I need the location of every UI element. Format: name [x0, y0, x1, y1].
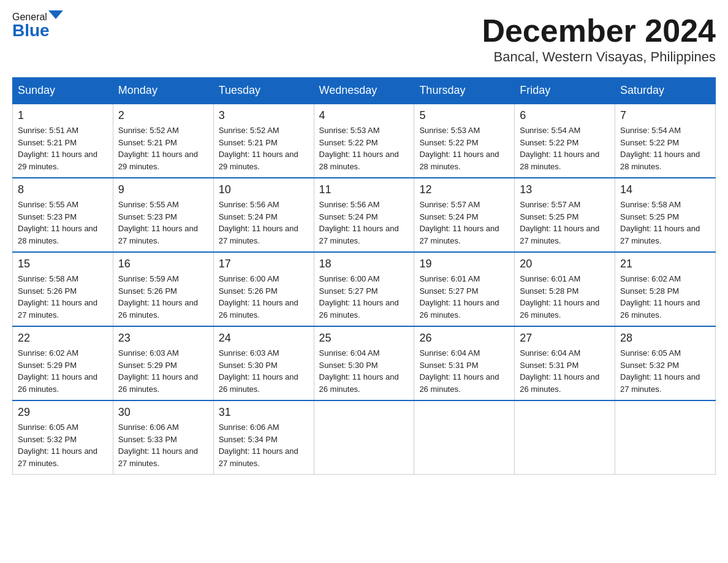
daylight-label: Daylight: 11 hours and 28 minutes.	[319, 150, 399, 171]
sunrise-label: Sunrise: 6:03 AM	[118, 348, 179, 358]
day-number: 15	[18, 258, 108, 270]
sunset-label: Sunset: 5:30 PM	[219, 361, 278, 370]
daylight-label: Daylight: 11 hours and 26 minutes.	[118, 372, 198, 394]
column-header-friday: Friday	[515, 78, 615, 104]
calendar-cell	[314, 400, 414, 475]
sunrise-label: Sunrise: 5:51 AM	[18, 126, 78, 135]
sunset-label: Sunset: 5:27 PM	[419, 286, 478, 296]
day-number: 16	[118, 258, 208, 270]
daylight-label: Daylight: 11 hours and 27 minutes.	[18, 298, 97, 320]
day-info: Sunrise: 6:02 AM Sunset: 5:29 PM Dayligh…	[18, 347, 108, 395]
sunrise-label: Sunrise: 5:57 AM	[520, 200, 580, 209]
calendar-cell: 23 Sunrise: 6:03 AM Sunset: 5:29 PM Dayl…	[113, 326, 213, 400]
sunrise-label: Sunrise: 6:01 AM	[520, 274, 580, 283]
title-section: December 2024 Bancal, Western Visayas, P…	[482, 12, 716, 65]
calendar-cell: 20 Sunrise: 6:01 AM Sunset: 5:28 PM Dayl…	[515, 252, 615, 326]
sunset-label: Sunset: 5:31 PM	[520, 361, 578, 370]
day-info: Sunrise: 6:04 AM Sunset: 5:31 PM Dayligh…	[520, 347, 610, 395]
sunrise-label: Sunrise: 5:52 AM	[219, 126, 279, 135]
sunrise-label: Sunrise: 5:52 AM	[118, 126, 179, 135]
calendar-cell: 10 Sunrise: 5:56 AM Sunset: 5:24 PM Dayl…	[213, 178, 314, 252]
day-number: 6	[520, 109, 610, 122]
calendar-cell: 17 Sunrise: 6:00 AM Sunset: 5:26 PM Dayl…	[213, 252, 314, 326]
day-info: Sunrise: 5:55 AM Sunset: 5:23 PM Dayligh…	[18, 199, 108, 247]
daylight-label: Daylight: 11 hours and 28 minutes.	[18, 224, 97, 245]
day-number: 31	[219, 406, 309, 419]
sunset-label: Sunset: 5:22 PM	[520, 138, 578, 147]
day-number: 21	[620, 258, 710, 270]
day-number: 7	[620, 109, 710, 122]
day-number: 13	[520, 183, 610, 196]
column-header-saturday: Saturday	[615, 78, 716, 104]
sunrise-label: Sunrise: 5:58 AM	[18, 274, 78, 283]
day-number: 30	[118, 406, 208, 419]
sunset-label: Sunset: 5:26 PM	[18, 286, 77, 296]
sunset-label: Sunset: 5:29 PM	[118, 361, 177, 370]
sunset-label: Sunset: 5:33 PM	[118, 435, 177, 444]
day-number: 26	[419, 332, 509, 345]
day-info: Sunrise: 6:06 AM Sunset: 5:34 PM Dayligh…	[219, 421, 309, 469]
sunset-label: Sunset: 5:23 PM	[18, 212, 77, 221]
column-header-monday: Monday	[113, 78, 213, 104]
day-number: 24	[219, 332, 309, 345]
sunrise-label: Sunrise: 5:55 AM	[18, 200, 78, 209]
day-info: Sunrise: 6:02 AM Sunset: 5:28 PM Dayligh…	[620, 273, 710, 321]
sunrise-label: Sunrise: 6:05 AM	[18, 423, 78, 432]
location-text: Bancal, Western Visayas, Philippines	[482, 49, 716, 65]
day-number: 20	[520, 258, 610, 270]
calendar-cell: 29 Sunrise: 6:05 AM Sunset: 5:32 PM Dayl…	[13, 400, 113, 475]
day-info: Sunrise: 6:05 AM Sunset: 5:32 PM Dayligh…	[620, 347, 710, 395]
day-number: 11	[319, 183, 409, 196]
sunrise-label: Sunrise: 5:56 AM	[319, 200, 380, 209]
day-number: 9	[118, 183, 208, 196]
calendar-cell: 1 Sunrise: 5:51 AM Sunset: 5:21 PM Dayli…	[13, 104, 113, 178]
daylight-label: Daylight: 11 hours and 26 minutes.	[219, 372, 298, 394]
calendar-cell: 9 Sunrise: 5:55 AM Sunset: 5:23 PM Dayli…	[113, 178, 213, 252]
day-info: Sunrise: 6:06 AM Sunset: 5:33 PM Dayligh…	[118, 421, 208, 469]
calendar-cell: 3 Sunrise: 5:52 AM Sunset: 5:21 PM Dayli…	[213, 104, 314, 178]
daylight-label: Daylight: 11 hours and 26 minutes.	[419, 372, 499, 394]
daylight-label: Daylight: 11 hours and 27 minutes.	[118, 224, 198, 245]
calendar-cell: 8 Sunrise: 5:55 AM Sunset: 5:23 PM Dayli…	[13, 178, 113, 252]
sunset-label: Sunset: 5:25 PM	[520, 212, 578, 221]
sunrise-label: Sunrise: 5:58 AM	[620, 200, 681, 209]
sunset-label: Sunset: 5:30 PM	[319, 361, 378, 370]
day-info: Sunrise: 5:54 AM Sunset: 5:22 PM Dayligh…	[520, 124, 610, 172]
day-number: 22	[18, 332, 108, 345]
day-info: Sunrise: 5:58 AM Sunset: 5:26 PM Dayligh…	[18, 273, 108, 321]
daylight-label: Daylight: 11 hours and 26 minutes.	[219, 298, 298, 320]
calendar-cell: 5 Sunrise: 5:53 AM Sunset: 5:22 PM Dayli…	[414, 104, 515, 178]
calendar-week-row: 22 Sunrise: 6:02 AM Sunset: 5:29 PM Dayl…	[13, 326, 716, 400]
calendar-cell: 31 Sunrise: 6:06 AM Sunset: 5:34 PM Dayl…	[213, 400, 314, 475]
calendar-cell: 18 Sunrise: 6:00 AM Sunset: 5:27 PM Dayl…	[314, 252, 414, 326]
calendar-cell: 7 Sunrise: 5:54 AM Sunset: 5:22 PM Dayli…	[615, 104, 716, 178]
day-info: Sunrise: 6:04 AM Sunset: 5:30 PM Dayligh…	[319, 347, 409, 395]
day-number: 28	[620, 332, 710, 345]
calendar-cell	[615, 400, 716, 475]
logo: General Blue	[12, 12, 63, 39]
calendar-week-row: 29 Sunrise: 6:05 AM Sunset: 5:32 PM Dayl…	[13, 400, 716, 475]
calendar-cell: 13 Sunrise: 5:57 AM Sunset: 5:25 PM Dayl…	[515, 178, 615, 252]
day-number: 27	[520, 332, 610, 345]
calendar-cell	[414, 400, 515, 475]
day-info: Sunrise: 5:59 AM Sunset: 5:26 PM Dayligh…	[118, 273, 208, 321]
daylight-label: Daylight: 11 hours and 27 minutes.	[219, 224, 298, 245]
day-info: Sunrise: 6:05 AM Sunset: 5:32 PM Dayligh…	[18, 421, 108, 469]
day-info: Sunrise: 5:56 AM Sunset: 5:24 PM Dayligh…	[219, 199, 309, 247]
sunset-label: Sunset: 5:24 PM	[319, 212, 378, 221]
calendar-cell: 15 Sunrise: 5:58 AM Sunset: 5:26 PM Dayl…	[13, 252, 113, 326]
sunrise-label: Sunrise: 6:05 AM	[620, 348, 681, 358]
sunrise-label: Sunrise: 5:56 AM	[219, 200, 279, 209]
day-info: Sunrise: 5:52 AM Sunset: 5:21 PM Dayligh…	[118, 124, 208, 172]
sunset-label: Sunset: 5:27 PM	[319, 286, 378, 296]
day-number: 10	[219, 183, 309, 196]
sunset-label: Sunset: 5:21 PM	[18, 138, 77, 147]
daylight-label: Daylight: 11 hours and 26 minutes.	[620, 298, 700, 320]
day-info: Sunrise: 5:57 AM Sunset: 5:24 PM Dayligh…	[419, 199, 509, 247]
daylight-label: Daylight: 11 hours and 27 minutes.	[620, 372, 700, 394]
page-header: General Blue December 2024 Bancal, Weste…	[12, 12, 716, 65]
column-header-thursday: Thursday	[414, 78, 515, 104]
calendar-cell: 22 Sunrise: 6:02 AM Sunset: 5:29 PM Dayl…	[13, 326, 113, 400]
day-number: 23	[118, 332, 208, 345]
daylight-label: Daylight: 11 hours and 26 minutes.	[520, 298, 599, 320]
